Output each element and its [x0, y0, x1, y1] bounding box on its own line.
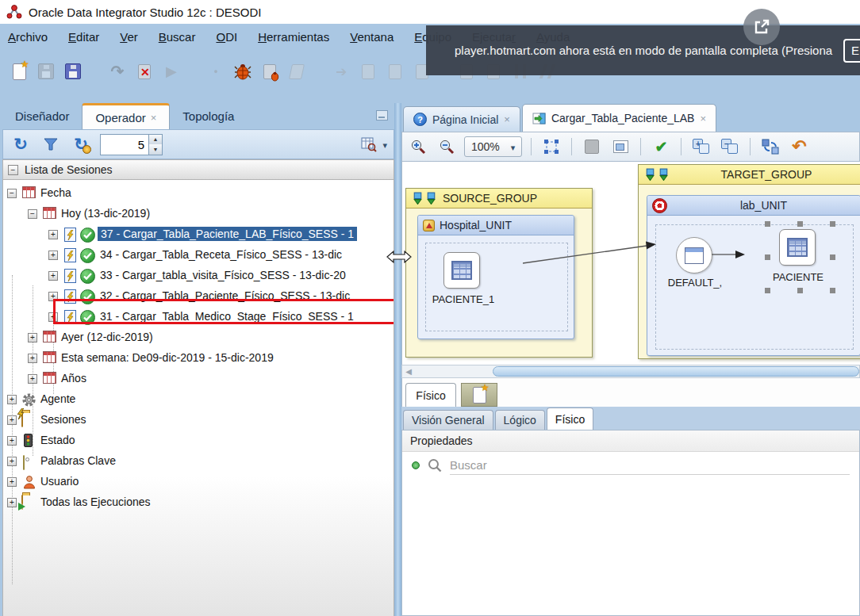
close-icon[interactable]: ×	[504, 113, 510, 125]
expander-icon[interactable]	[7, 436, 17, 446]
run-button[interactable]	[160, 60, 182, 82]
expander-icon[interactable]	[28, 333, 37, 342]
target-group-box[interactable]: TARGET_GROUP lab_UNIT DEFAULT_,	[638, 164, 860, 359]
tree-item-estado[interactable]: Estado	[3, 430, 394, 451]
paciente-source-node[interactable]	[443, 252, 480, 289]
expander-icon[interactable]	[7, 189, 17, 198]
search-sessions-button[interactable]	[358, 133, 380, 155]
selection-handle[interactable]	[830, 254, 835, 260]
access-point-label[interactable]: DEFAULT_,	[663, 277, 727, 289]
debug-button[interactable]	[232, 60, 254, 82]
tab-disenador[interactable]: Diseñador	[2, 103, 82, 129]
selection-handle[interactable]	[830, 221, 835, 227]
tree-item-esta-semana[interactable]: Esta semana: De09-dic-2019 - 15-dic-2019	[3, 348, 394, 369]
exit-fullscreen-button[interactable]	[743, 9, 780, 45]
selection-handle[interactable]	[797, 288, 803, 293]
auto-refresh-button[interactable]	[70, 133, 92, 155]
tab-operador[interactable]: Operador×	[82, 103, 170, 129]
selection-handle[interactable]	[830, 288, 835, 293]
synchronize-button[interactable]	[759, 136, 781, 158]
spinner-down-icon[interactable]: ▼	[149, 144, 162, 155]
tab-vision-general[interactable]: Visión General	[403, 410, 493, 430]
source-group-header[interactable]: SOURCE_GROUP	[406, 189, 592, 209]
tab-logico[interactable]: Lógico	[495, 410, 545, 430]
expander-icon[interactable]	[7, 415, 17, 425]
scroll-left-icon[interactable]: ◀	[402, 367, 415, 376]
close-icon[interactable]: ×	[151, 112, 157, 124]
expander-icon[interactable]	[28, 209, 37, 219]
expander-icon[interactable]	[48, 271, 58, 281]
delete-button[interactable]	[133, 60, 155, 82]
paciente-target-label[interactable]: PACIENTE	[768, 271, 828, 283]
forward-button[interactable]	[330, 60, 352, 82]
menu-buscar[interactable]: Buscar	[159, 30, 196, 44]
tree-item-usuario[interactable]: Usuario	[3, 472, 394, 492]
menu-editar[interactable]: Editar	[68, 30, 99, 44]
tree-item-session-34[interactable]: 34 - Cargar_Tabla_Receta_Físico_SESS - 1…	[3, 245, 394, 266]
expander-icon[interactable]	[28, 354, 37, 363]
expander-icon[interactable]	[48, 292, 58, 301]
tree-item-agente[interactable]: Agente	[3, 389, 394, 410]
expander-icon[interactable]	[48, 251, 58, 260]
hospital-unit-header[interactable]: Hospital_UNIT	[418, 216, 574, 235]
dropdown-caret-icon[interactable]	[382, 137, 387, 151]
target-group-header[interactable]: TARGET_GROUP	[639, 165, 860, 185]
expander-icon[interactable]	[7, 477, 17, 487]
tree-item-ayer[interactable]: Ayer (12-dic-2019)	[3, 327, 394, 348]
access-point-node[interactable]	[676, 237, 712, 274]
zoom-in-button[interactable]	[407, 136, 429, 158]
breakpoint-button[interactable]	[205, 60, 227, 82]
lab-unit-box[interactable]: lab_UNIT DEFAULT_, PACIENTE	[647, 195, 860, 356]
menu-herramientas[interactable]: Herramientas	[258, 30, 329, 44]
tree-item-palabras-clave[interactable]: Palabras Clave	[3, 451, 394, 472]
scrollbar-thumb[interactable]	[493, 366, 859, 377]
expand-all-button[interactable]: +	[690, 136, 712, 158]
selection-handle[interactable]	[765, 254, 770, 260]
lab-unit-header[interactable]: lab_UNIT	[647, 196, 860, 216]
hospital-unit-box[interactable]: Hospital_UNIT PACIENTE_1	[417, 215, 574, 339]
refresh-interval-input[interactable]	[100, 134, 149, 155]
tree-item-session-32[interactable]: 32 - Cargar_Tabla_Paciente_Físico_SESS -…	[3, 286, 394, 307]
new-button[interactable]	[8, 60, 30, 82]
attach-debug-button[interactable]	[259, 60, 281, 82]
selection-handle[interactable]	[765, 221, 770, 227]
tree-item-session-37[interactable]: 37 - Cargar_Tabla_Paciente_LAB_Físico_SE…	[3, 224, 394, 245]
expander-icon[interactable]	[48, 312, 58, 322]
menu-archivo[interactable]: Archivo	[8, 30, 48, 44]
tree-item-anos[interactable]: Años	[3, 369, 394, 389]
save-button[interactable]	[35, 60, 57, 82]
tree-item-hoy[interactable]: Hoy (13-dic-2019)	[3, 204, 394, 224]
toolbar-doc-button-2[interactable]	[384, 60, 406, 82]
tab-fisico-diagram[interactable]: Físico	[405, 383, 456, 407]
close-icon[interactable]: ×	[700, 113, 706, 124]
collapse-all-button[interactable]: −	[719, 136, 741, 158]
expander-icon[interactable]	[7, 457, 17, 466]
menu-odi[interactable]: ODI	[216, 30, 237, 44]
save-all-button[interactable]	[62, 60, 84, 82]
refresh-button[interactable]	[10, 133, 32, 155]
collapse-section-icon[interactable]	[8, 165, 18, 175]
menu-ver[interactable]: Ver	[120, 30, 138, 44]
horizontal-scrollbar[interactable]: ◀	[401, 365, 860, 378]
tab-cargar-tabla-paciente-lab[interactable]: Cargar_Tabla_Paciente_LAB ×	[522, 104, 716, 132]
new-diagram-button[interactable]	[461, 383, 497, 407]
tab-pagina-inicial[interactable]: Página Inicial ×	[403, 106, 520, 132]
source-group-box[interactable]: SOURCE_GROUP Hospital_UNIT PACIENTE_1	[405, 188, 593, 358]
validate-button[interactable]	[650, 136, 672, 158]
menu-ventana[interactable]: Ventana	[350, 30, 394, 44]
tab-topologia[interactable]: Topología	[170, 103, 247, 129]
fit-selection-button[interactable]	[540, 136, 562, 158]
zoom-out-button[interactable]	[436, 136, 458, 158]
layout-button[interactable]	[581, 136, 603, 158]
tab-fisico[interactable]: Físico	[547, 407, 593, 430]
selection-handle[interactable]	[797, 221, 803, 227]
open-window-button[interactable]	[609, 136, 632, 158]
panel-splitter[interactable]	[394, 103, 401, 616]
mapping-canvas[interactable]: TARGET_GROUP lab_UNIT DEFAULT_,	[401, 162, 860, 365]
expander-icon[interactable]	[7, 395, 17, 404]
paciente-source-label[interactable]: PACIENTE_1	[428, 293, 499, 305]
tree-item-todas-ejecuciones[interactable]: Todas las Ejecuciones	[3, 492, 394, 513]
redo-button[interactable]	[106, 60, 129, 82]
minimize-panel-icon[interactable]	[376, 110, 388, 121]
step-disabled-button[interactable]	[286, 60, 308, 82]
